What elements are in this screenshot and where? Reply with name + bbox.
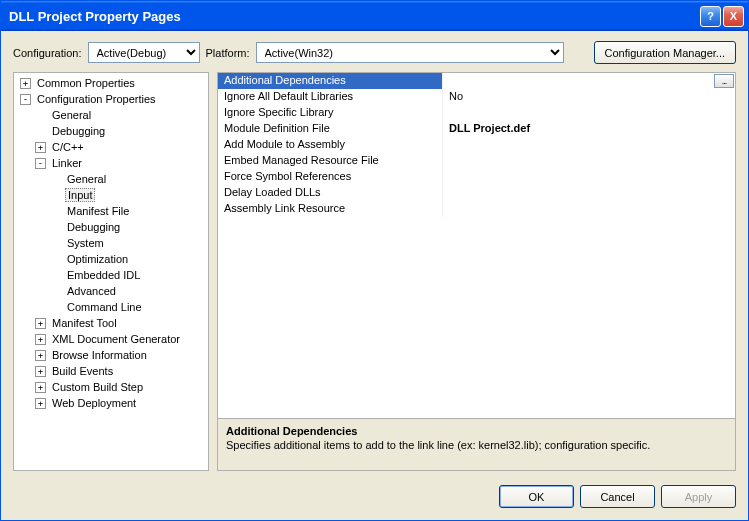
description-title: Additional Dependencies bbox=[226, 425, 727, 437]
tree-panel[interactable]: +Common Properties -Configuration Proper… bbox=[13, 72, 209, 471]
expand-icon[interactable]: + bbox=[35, 398, 46, 409]
prop-assembly-link-resource[interactable]: Assembly Link Resource bbox=[218, 201, 735, 217]
prop-force-symbol-references[interactable]: Force Symbol References bbox=[218, 169, 735, 185]
prop-value[interactable] bbox=[443, 153, 735, 169]
description-panel: Additional Dependencies Specifies additi… bbox=[217, 419, 736, 471]
prop-name: Ignore Specific Library bbox=[218, 105, 443, 121]
prop-name: Force Symbol References bbox=[218, 169, 443, 185]
prop-value[interactable]: DLL Project.def bbox=[443, 121, 735, 137]
help-button[interactable]: ? bbox=[700, 6, 721, 27]
tree-item-general[interactable]: General bbox=[16, 107, 206, 123]
tree-item-linker-general[interactable]: General bbox=[16, 171, 206, 187]
titlebar: DLL Project Property Pages ? X bbox=[1, 1, 748, 31]
prop-name: Additional Dependencies bbox=[218, 73, 443, 89]
configuration-select[interactable]: Active(Debug) bbox=[88, 42, 200, 63]
tree-item-xml-doc-generator[interactable]: +XML Document Generator bbox=[16, 331, 206, 347]
prop-delay-loaded-dlls[interactable]: Delay Loaded DLLs bbox=[218, 185, 735, 201]
prop-ignore-specific-library[interactable]: Ignore Specific Library bbox=[218, 105, 735, 121]
tree-item-web-deployment[interactable]: +Web Deployment bbox=[16, 395, 206, 411]
expand-icon[interactable]: + bbox=[35, 142, 46, 153]
expand-icon[interactable]: + bbox=[35, 318, 46, 329]
prop-value[interactable] bbox=[443, 169, 735, 185]
prop-name: Delay Loaded DLLs bbox=[218, 185, 443, 201]
close-button[interactable]: X bbox=[723, 6, 744, 27]
prop-additional-dependencies[interactable]: Additional Dependencies ... bbox=[218, 73, 735, 89]
tree-item-linker-command-line[interactable]: Command Line bbox=[16, 299, 206, 315]
tree-item-linker-debugging[interactable]: Debugging bbox=[16, 219, 206, 235]
apply-button[interactable]: Apply bbox=[661, 485, 736, 508]
tree-item-linker-optimization[interactable]: Optimization bbox=[16, 251, 206, 267]
tree-item-linker-system[interactable]: System bbox=[16, 235, 206, 251]
collapse-icon[interactable]: - bbox=[35, 158, 46, 169]
dialog-buttons: OK Cancel Apply bbox=[1, 471, 748, 520]
prop-value[interactable] bbox=[443, 137, 735, 153]
prop-value[interactable] bbox=[443, 105, 735, 121]
configuration-manager-button[interactable]: Configuration Manager... bbox=[594, 41, 736, 64]
collapse-icon[interactable]: - bbox=[20, 94, 31, 105]
tree-item-build-events[interactable]: +Build Events bbox=[16, 363, 206, 379]
tree-item-linker-manifest[interactable]: Manifest File bbox=[16, 203, 206, 219]
expand-icon[interactable]: + bbox=[35, 334, 46, 345]
prop-value[interactable] bbox=[443, 201, 735, 217]
prop-value[interactable]: No bbox=[443, 89, 735, 105]
configuration-row: Configuration: Active(Debug) Platform: A… bbox=[1, 31, 748, 72]
prop-name: Embed Managed Resource File bbox=[218, 153, 443, 169]
tree-item-manifest-tool[interactable]: +Manifest Tool bbox=[16, 315, 206, 331]
dialog-window: DLL Project Property Pages ? X Configura… bbox=[0, 0, 749, 521]
property-grid-rows: Additional Dependencies ... Ignore All D… bbox=[218, 73, 735, 418]
prop-add-module-to-assembly[interactable]: Add Module to Assembly bbox=[218, 137, 735, 153]
property-grid: Additional Dependencies ... Ignore All D… bbox=[217, 72, 736, 419]
tree-item-configuration-properties[interactable]: -Configuration Properties bbox=[16, 91, 206, 107]
tree-item-browse-information[interactable]: +Browse Information bbox=[16, 347, 206, 363]
right-panel: Additional Dependencies ... Ignore All D… bbox=[217, 72, 736, 471]
tree-item-linker-advanced[interactable]: Advanced bbox=[16, 283, 206, 299]
tree-item-custom-build-step[interactable]: +Custom Build Step bbox=[16, 379, 206, 395]
main-area: +Common Properties -Configuration Proper… bbox=[1, 72, 748, 471]
tree-item-debugging[interactable]: Debugging bbox=[16, 123, 206, 139]
tree-item-linker-embedded-idl[interactable]: Embedded IDL bbox=[16, 267, 206, 283]
expand-icon[interactable]: + bbox=[35, 350, 46, 361]
ellipsis-button[interactable]: ... bbox=[714, 74, 734, 88]
titlebar-buttons: ? X bbox=[700, 6, 744, 27]
prop-ignore-all-default-libraries[interactable]: Ignore All Default Libraries No bbox=[218, 89, 735, 105]
cancel-button[interactable]: Cancel bbox=[580, 485, 655, 508]
prop-module-definition-file[interactable]: Module Definition File DLL Project.def bbox=[218, 121, 735, 137]
tree-item-linker[interactable]: -Linker bbox=[16, 155, 206, 171]
expand-icon[interactable]: + bbox=[35, 366, 46, 377]
prop-value[interactable] bbox=[443, 73, 714, 89]
tree-item-common-properties[interactable]: +Common Properties bbox=[16, 75, 206, 91]
description-text: Specifies additional items to add to the… bbox=[226, 439, 727, 451]
platform-label: Platform: bbox=[206, 47, 250, 59]
prop-name: Add Module to Assembly bbox=[218, 137, 443, 153]
tree-item-linker-input[interactable]: Input bbox=[16, 187, 206, 203]
prop-name: Assembly Link Resource bbox=[218, 201, 443, 217]
expand-icon[interactable]: + bbox=[20, 78, 31, 89]
prop-embed-managed-resource-file[interactable]: Embed Managed Resource File bbox=[218, 153, 735, 169]
prop-name: Ignore All Default Libraries bbox=[218, 89, 443, 105]
configuration-label: Configuration: bbox=[13, 47, 82, 59]
prop-name: Module Definition File bbox=[218, 121, 443, 137]
window-title: DLL Project Property Pages bbox=[9, 9, 700, 24]
platform-select[interactable]: Active(Win32) bbox=[256, 42, 564, 63]
prop-value[interactable] bbox=[443, 185, 735, 201]
close-icon: X bbox=[730, 10, 737, 22]
tree: +Common Properties -Configuration Proper… bbox=[16, 75, 206, 411]
tree-item-cpp[interactable]: +C/C++ bbox=[16, 139, 206, 155]
ok-button[interactable]: OK bbox=[499, 485, 574, 508]
expand-icon[interactable]: + bbox=[35, 382, 46, 393]
help-icon: ? bbox=[707, 10, 714, 22]
